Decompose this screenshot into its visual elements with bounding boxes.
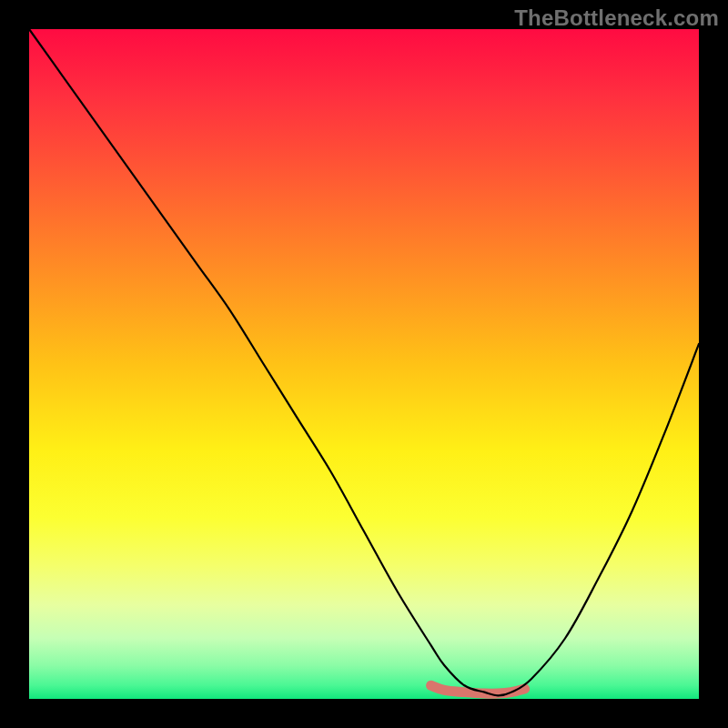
chart-frame: TheBottleneck.com xyxy=(0,0,728,728)
bottleneck-curve xyxy=(29,29,699,695)
watermark-text: TheBottleneck.com xyxy=(514,5,719,31)
curve-svg xyxy=(29,29,699,699)
plot-area xyxy=(29,29,699,699)
